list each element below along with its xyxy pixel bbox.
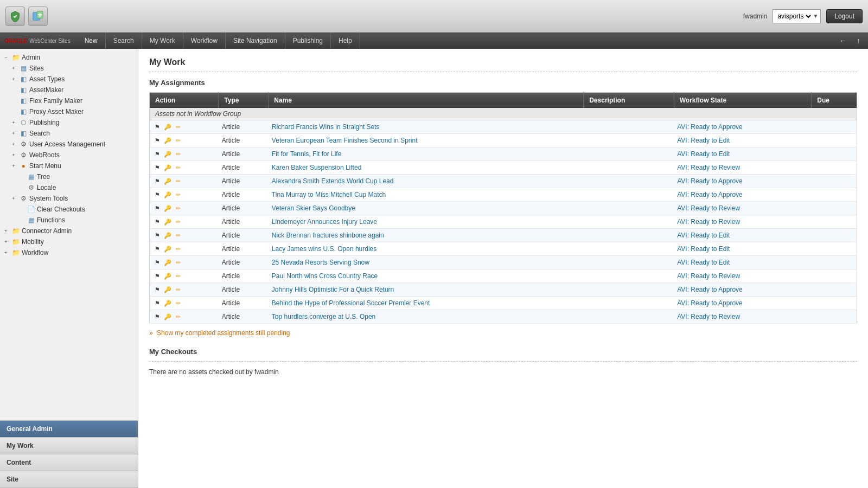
tree-item-startmenu[interactable]: + ● Start Menu <box>0 160 138 171</box>
site-select[interactable]: avisports ▼ <box>773 9 821 23</box>
article-link[interactable]: Karen Baker Suspension Lifted <box>272 164 361 171</box>
bookmark-icon[interactable]: ⚑ <box>153 245 162 253</box>
toggle-mobility[interactable]: + <box>2 238 10 246</box>
pencil-icon[interactable]: ✏ <box>174 258 182 267</box>
article-link[interactable]: Johnny Hills Optimistic For a Quick Retu… <box>272 286 394 293</box>
article-link[interactable]: Top hurdlers converge at U.S. Open <box>272 313 375 320</box>
sidebar-bottom-content[interactable]: Content <box>0 454 138 471</box>
toggle-startmenu[interactable]: + <box>10 162 17 170</box>
key-icon[interactable]: 🔑 <box>163 150 172 158</box>
nav-sitenav[interactable]: Site Navigation <box>226 33 285 49</box>
article-link[interactable]: Alexandra Smith Extends World Cup Lead <box>272 177 394 185</box>
tree-item-useraccess[interactable]: + ⚙ User Access Management <box>0 139 138 150</box>
pencil-icon[interactable]: ✏ <box>174 150 182 158</box>
bookmark-icon[interactable]: ⚑ <box>153 123 162 131</box>
shield-icon[interactable] <box>5 7 25 26</box>
article-link[interactable]: Nick Brennan fractures shinbone again <box>272 232 384 239</box>
bookmark-icon[interactable]: ⚑ <box>153 231 162 240</box>
key-icon[interactable]: 🔑 <box>163 231 172 240</box>
key-icon[interactable]: 🔑 <box>163 245 172 253</box>
toggle-systemtools[interactable]: + <box>10 195 17 202</box>
pencil-icon[interactable]: ✏ <box>174 123 182 131</box>
tree-item-search[interactable]: + ◧ Search <box>0 128 138 139</box>
toggle-admin[interactable]: − <box>2 54 10 61</box>
pencil-icon[interactable]: ✏ <box>174 204 182 213</box>
pencil-icon[interactable]: ✏ <box>174 245 182 253</box>
article-link[interactable]: Behind the Hype of Professional Soccer P… <box>272 299 430 307</box>
site-dropdown[interactable]: avisports <box>775 12 813 21</box>
article-link[interactable]: Paul North wins Cross Country Race <box>272 272 378 280</box>
article-link[interactable]: Veteran Skier Says Goodbye <box>272 204 355 212</box>
pencil-icon[interactable]: ✏ <box>174 190 182 199</box>
pencil-icon[interactable]: ✏ <box>174 217 182 226</box>
bookmark-icon[interactable]: ⚑ <box>153 299 162 307</box>
tree-item-proxyasset[interactable]: ◧ Proxy Asset Maker <box>0 106 138 117</box>
tree-item-publishing[interactable]: + ⬡ Publishing <box>0 117 138 128</box>
article-link[interactable]: Fit for Tennis, Fit for Life <box>272 150 342 158</box>
article-link[interactable]: Lindemeyer Announces Injury Leave <box>272 218 377 226</box>
pencil-icon[interactable]: ✏ <box>174 231 182 240</box>
toggle-connectoradmin[interactable]: + <box>2 227 10 235</box>
pencil-icon[interactable]: ✏ <box>174 163 182 172</box>
nav-mywork[interactable]: My Work <box>142 33 183 49</box>
toggle-assettypes[interactable]: + <box>10 75 17 83</box>
tree-item-clearcheckouts[interactable]: 📄 Clear Checkouts <box>0 204 138 215</box>
nav-workflow[interactable]: Workflow <box>183 33 226 49</box>
bookmark-icon[interactable]: ⚑ <box>153 217 162 226</box>
pencil-icon[interactable]: ✏ <box>174 285 182 294</box>
article-link[interactable]: 25 Nevada Resorts Serving Snow <box>272 259 369 266</box>
bookmark-icon[interactable]: ⚑ <box>153 312 162 321</box>
key-icon[interactable]: 🔑 <box>163 217 172 226</box>
key-icon[interactable]: 🔑 <box>163 258 172 267</box>
key-icon[interactable]: 🔑 <box>163 285 172 294</box>
key-icon[interactable]: 🔑 <box>163 163 172 172</box>
key-icon[interactable]: 🔑 <box>163 272 172 280</box>
nav-publishing[interactable]: Publishing <box>285 33 331 49</box>
key-icon[interactable]: 🔑 <box>163 123 172 131</box>
bookmark-icon[interactable]: ⚑ <box>153 177 162 185</box>
sidebar-bottom-site[interactable]: Site <box>0 471 138 488</box>
article-link[interactable]: Richard Francis Wins in Straight Sets <box>272 123 380 131</box>
bookmark-icon[interactable]: ⚑ <box>153 190 162 199</box>
add-content-icon[interactable] <box>28 7 48 26</box>
bookmark-icon[interactable]: ⚑ <box>153 258 162 267</box>
key-icon[interactable]: 🔑 <box>163 312 172 321</box>
logout-button[interactable]: Logout <box>826 9 863 23</box>
bookmark-icon[interactable]: ⚑ <box>153 136 162 145</box>
tree-item-assetmaker[interactable]: ◧ AssetMaker <box>0 85 138 95</box>
pencil-icon[interactable]: ✏ <box>174 312 182 321</box>
bookmark-icon[interactable]: ⚑ <box>153 272 162 280</box>
nav-new[interactable]: New <box>77 33 106 49</box>
pencil-icon[interactable]: ✏ <box>174 272 182 280</box>
tree-item-systemtools[interactable]: + ⚙ System Tools <box>0 193 138 204</box>
show-completed-link[interactable]: Show my completed assignments still pend… <box>157 329 290 337</box>
pencil-icon[interactable]: ✏ <box>174 299 182 307</box>
toggle-workflow[interactable]: + <box>2 249 10 256</box>
bookmark-icon[interactable]: ⚑ <box>153 163 162 172</box>
bookmark-icon[interactable]: ⚑ <box>153 285 162 294</box>
tree-item-mobility[interactable]: + 📁 Mobility <box>0 236 138 247</box>
tree-item-locale[interactable]: ⚙ Locale <box>0 182 138 193</box>
tree-item-admin[interactable]: − 📁 Admin <box>0 52 138 63</box>
toggle-search[interactable]: + <box>10 130 17 137</box>
toggle-publishing[interactable]: + <box>10 119 17 126</box>
nav-upload-arrow[interactable]: ↑ <box>853 36 864 45</box>
key-icon[interactable]: 🔑 <box>163 299 172 307</box>
key-icon[interactable]: 🔑 <box>163 136 172 145</box>
toggle-useraccess[interactable]: + <box>10 140 17 148</box>
tree-item-connectoradmin[interactable]: + 📁 Connector Admin <box>0 226 138 236</box>
article-link[interactable]: Lacy James wins U.S. Open hurdles <box>272 245 376 253</box>
key-icon[interactable]: 🔑 <box>163 204 172 213</box>
pencil-icon[interactable]: ✏ <box>174 177 182 185</box>
bookmark-icon[interactable]: ⚑ <box>153 150 162 158</box>
key-icon[interactable]: 🔑 <box>163 190 172 199</box>
toggle-sites[interactable]: + <box>10 65 17 72</box>
nav-search[interactable]: Search <box>106 33 142 49</box>
pencil-icon[interactable]: ✏ <box>174 136 182 145</box>
tree-item-assettypes[interactable]: + ◧ Asset Types <box>0 74 138 85</box>
tree-item-tree[interactable]: ▦ Tree <box>0 171 138 182</box>
tree-item-flexfamily[interactable]: ◧ Flex Family Maker <box>0 95 138 106</box>
tree-item-functions[interactable]: ▦ Functions <box>0 215 138 226</box>
tree-item-workflow[interactable]: + 📁 Workflow <box>0 247 138 258</box>
key-icon[interactable]: 🔑 <box>163 177 172 185</box>
